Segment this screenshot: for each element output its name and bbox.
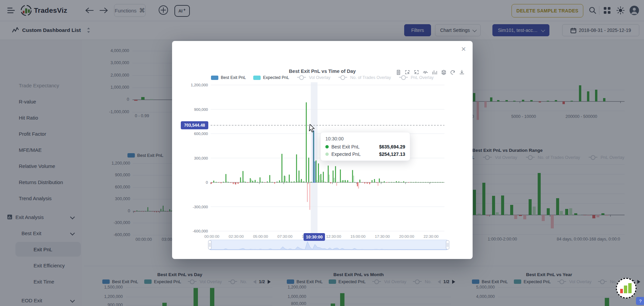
help-label: ? bbox=[639, 299, 641, 304]
tooltip-value: $635,694.29 bbox=[379, 144, 405, 149]
svg-text:17:30:00: 17:30:00 bbox=[375, 234, 390, 238]
svg-text:05:00:00: 05:00:00 bbox=[253, 234, 268, 238]
y-axis-marker-badge: 703,544.48 bbox=[181, 121, 208, 129]
series-dot bbox=[325, 152, 329, 156]
page: TradesViz Functions ⌘ AI DELETE SAMPLE T… bbox=[0, 0, 644, 306]
svg-text:1,200,000: 1,200,000 bbox=[191, 83, 208, 87]
svg-text:12:30:00: 12:30:00 bbox=[326, 234, 341, 238]
svg-text:900,000: 900,000 bbox=[194, 107, 208, 112]
svg-text:02:30:00: 02:30:00 bbox=[229, 234, 244, 238]
svg-text:15:00:00: 15:00:00 bbox=[351, 234, 366, 238]
tooltip-value: $254,127.13 bbox=[379, 151, 405, 157]
svg-text:00:00:00: 00:00:00 bbox=[204, 234, 219, 238]
chat-logo-bars-icon bbox=[617, 279, 636, 297]
tooltip-row: Expected PnL$254,127.13 bbox=[325, 151, 405, 157]
tooltip-label: Expected PnL bbox=[331, 151, 361, 157]
svg-text:300,000: 300,000 bbox=[194, 156, 208, 160]
svg-text:-600,000: -600,000 bbox=[193, 229, 208, 233]
tooltip-label: Best Exit PnL bbox=[331, 144, 360, 149]
support-chat-launcher[interactable] bbox=[616, 278, 637, 299]
mouse-cursor bbox=[309, 124, 316, 133]
svg-text:22:30:00: 22:30:00 bbox=[424, 234, 439, 238]
tooltip-row: Best Exit PnL$635,694.29 bbox=[325, 144, 405, 149]
chart-tooltip: 10:30:00 Best Exit PnL$635,694.29Expecte… bbox=[320, 132, 410, 161]
help-button[interactable]: ? bbox=[636, 297, 644, 305]
svg-text:20:00:00: 20:00:00 bbox=[399, 234, 414, 238]
x-axis-marker-badge: 10:30:00 bbox=[304, 233, 325, 241]
svg-text:07:30:00: 07:30:00 bbox=[277, 234, 292, 238]
svg-text:0: 0 bbox=[206, 180, 208, 184]
tooltip-time: 10:30:00 bbox=[325, 136, 405, 141]
chart-detail-modal: × Best Exit PnL vs Time of Day Best Exit… bbox=[172, 41, 473, 259]
svg-text:-300,000: -300,000 bbox=[193, 205, 208, 209]
series-dot bbox=[325, 145, 329, 148]
svg-text:600,000: 600,000 bbox=[194, 132, 208, 136]
